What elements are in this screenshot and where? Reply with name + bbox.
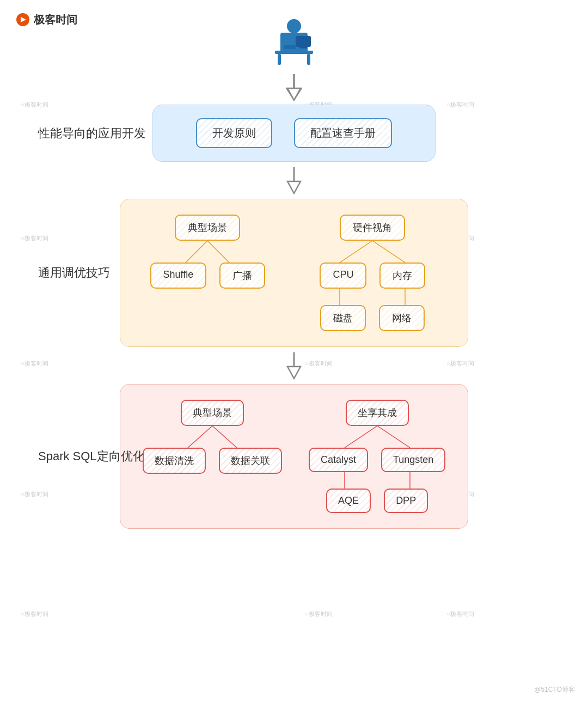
tree-connector-1 [164, 241, 251, 263]
svg-rect-5 [278, 54, 281, 65]
watermark: ○极客时间 [446, 359, 474, 368]
card-yingjian-shijiao: 硬件视角 [340, 215, 405, 241]
arrow-2 [282, 166, 306, 197]
watermark: ○极客时间 [21, 359, 48, 368]
card-catalyst: Catalyst [309, 448, 368, 472]
section1-row: 性能导向的应用开发 开发原则 配置速查手册 [22, 105, 566, 162]
section3-label: Spark SQL定向优化 [38, 448, 145, 465]
svg-point-3 [287, 19, 301, 33]
card-shuju-qingxi: 数据清洗 [143, 448, 206, 474]
orange-left-tree: 典型场景 Shuffle 广播 [150, 215, 266, 331]
section2-label: 通用调优技巧 [38, 265, 110, 281]
red-right-tree: 坐享其成 Catalyst Tungsten [309, 400, 445, 513]
card-peizhi-shouce: 配置速查手册 [294, 118, 392, 148]
section3-box: 典型场景 数据清洗 数据关联 [120, 384, 468, 529]
svg-line-19 [340, 241, 372, 263]
svg-marker-16 [287, 181, 301, 193]
page: 极客时间 ○极客时间 ○极客时间 ○极客时间 ○极客时间 ○极客时间 ○极客时间… [0, 0, 588, 702]
footer-watermark: @51CTO博客 [534, 685, 575, 694]
tree-connector-3 [307, 289, 438, 305]
card-guangbo: 广播 [219, 263, 265, 289]
card-shuffle: Shuffle [150, 263, 207, 289]
section3-row: Spark SQL定向优化 典型场景 数据清洗 [22, 384, 566, 529]
svg-line-18 [207, 241, 229, 263]
svg-line-20 [372, 241, 405, 263]
orange-right-row2: 磁盘 网络 [320, 305, 425, 331]
tree-connector-2 [307, 241, 438, 263]
red-connector-3 [312, 472, 443, 489]
section2-row: 通用调优技巧 典型场景 Shuffle [22, 199, 566, 347]
card-tungsten: Tungsten [381, 448, 445, 472]
logo: 极客时间 [15, 12, 77, 27]
orange-right-tree: 硬件视角 CPU 内存 [307, 215, 438, 331]
watermark: ○极客时间 [21, 610, 48, 618]
svg-line-27 [345, 426, 377, 448]
section1-box: 开发原则 配置速查手册 [152, 105, 436, 162]
watermark: ○极客时间 [305, 359, 333, 368]
red-connector-2 [312, 426, 443, 448]
red-connector-1 [163, 426, 261, 448]
card-kaifa-yuanze: 开发原则 [196, 118, 272, 148]
card-shuju-guanlian: 数据关联 [219, 448, 282, 474]
card-wangluo: 网络 [379, 305, 425, 331]
watermark: ○极客时间 [305, 610, 333, 618]
card-dpp: DPP [384, 489, 428, 513]
svg-line-25 [188, 426, 212, 448]
svg-rect-4 [275, 51, 313, 54]
section2-box: 典型场景 Shuffle 广播 [120, 199, 468, 347]
svg-marker-14 [287, 88, 301, 100]
card-dianxing-changjing-1: 典型场景 [175, 215, 240, 241]
card-zuoxiang-qicheng: 坐享其成 [346, 400, 409, 426]
svg-line-26 [212, 426, 237, 448]
section1-label: 性能导向的应用开发 [38, 125, 146, 142]
watermark: ○极客时间 [446, 610, 474, 618]
svg-rect-7 [296, 36, 311, 47]
arrow-3 [282, 351, 306, 382]
card-dianxing-changjing-2: 典型场景 [181, 400, 244, 426]
card-aqe: AQE [326, 489, 371, 513]
orange-left-children: Shuffle 广播 [150, 263, 266, 289]
svg-line-17 [186, 241, 207, 263]
logo-icon [15, 12, 30, 27]
red-right-row2: AQE DPP [326, 489, 428, 513]
red-left-tree: 典型场景 数据清洗 数据关联 [143, 400, 282, 513]
svg-rect-8 [299, 46, 307, 48]
person-icon [270, 15, 318, 70]
card-cipan: 磁盘 [320, 305, 366, 331]
orange-right-row1: CPU 内存 [320, 263, 425, 289]
red-right-row1: Catalyst Tungsten [309, 448, 445, 472]
card-neicun: 内存 [379, 263, 425, 289]
card-cpu: CPU [320, 263, 366, 289]
red-left-children: 数据清洗 数据关联 [143, 448, 282, 474]
arrow-1 [282, 73, 306, 103]
svg-marker-24 [287, 367, 301, 379]
svg-line-28 [377, 426, 410, 448]
person-icon-wrap [270, 15, 318, 72]
logo-text: 极客时间 [34, 13, 77, 27]
svg-rect-6 [307, 54, 310, 65]
svg-rect-9 [284, 45, 296, 49]
